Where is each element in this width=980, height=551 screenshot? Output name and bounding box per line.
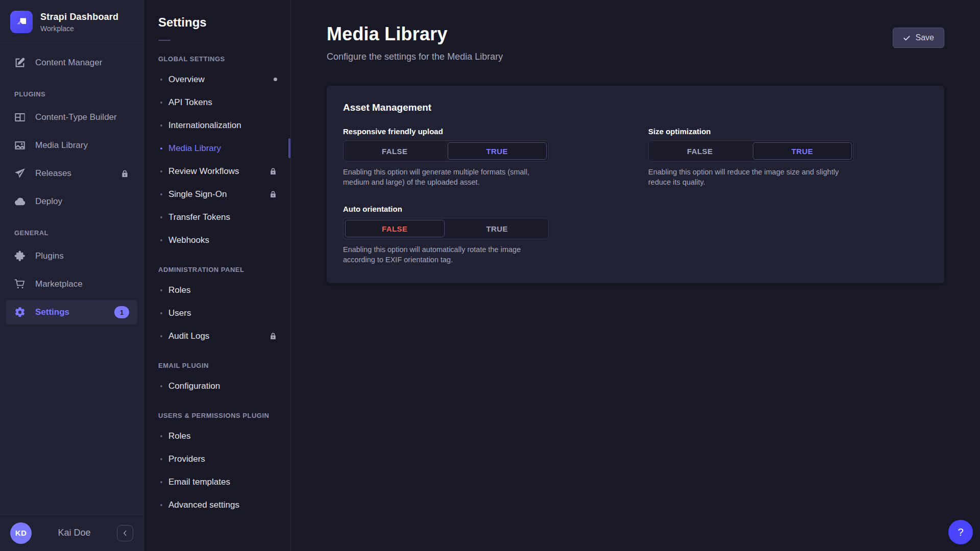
settings-nav-label: Transfer Tokens [168, 212, 230, 222]
toggle-option-true[interactable]: TRUE [753, 142, 852, 160]
field-label: Size optimization [648, 127, 854, 136]
settings-nav-label: Media Library [168, 143, 221, 154]
settings-nav-webhooks[interactable]: Webhooks [144, 229, 290, 252]
image-icon [14, 140, 26, 151]
settings-nav-media-library[interactable]: Media Library [144, 137, 290, 160]
settings-nav-internationalization[interactable]: Internationalization [144, 114, 290, 137]
settings-nav-label: Internationalization [168, 120, 241, 131]
bullet-icon [160, 504, 162, 506]
sidebar-item-deploy[interactable]: Deploy [6, 189, 137, 214]
settings-nav-label: API Tokens [168, 97, 212, 108]
subnav-header: Settings [144, 0, 290, 41]
settings-nav-overview[interactable]: Overview [144, 68, 290, 91]
workspace-switcher[interactable]: Strapi Dashboard Workplace [0, 0, 143, 43]
settings-nav-review-workflows[interactable]: Review Workflows [144, 160, 290, 183]
settings-nav-label: Webhooks [168, 235, 209, 245]
sidebar-item-label: Releases [35, 168, 71, 179]
paper-plane-icon [14, 168, 26, 179]
bullet-icon [160, 193, 162, 195]
toggle-option-true[interactable]: TRUE [448, 142, 547, 160]
bullet-icon [160, 289, 162, 291]
toggle-option-false[interactable]: FALSE [345, 142, 445, 160]
settings-nav-api-tokens[interactable]: API Tokens [144, 91, 290, 114]
subnav-title: Settings [158, 15, 276, 30]
subnav-list: RolesUsersAudit Logs [144, 279, 290, 347]
bullet-icon [160, 147, 162, 149]
sidebar-item-marketplace[interactable]: Marketplace [6, 272, 137, 296]
field-hint: Enabling this option will generate multi… [343, 167, 549, 187]
puzzle-icon [14, 251, 26, 262]
user-row: KD Kai Doe [0, 515, 143, 551]
user-name: Kai Doe [32, 528, 117, 538]
subnav-list: Configuration [144, 374, 290, 397]
subnav-section-label: USERS & PERMISSIONS PLUGIN [144, 397, 290, 424]
sidebar-item-label: Media Library [35, 140, 88, 151]
brand-text: Strapi Dashboard Workplace [40, 12, 118, 33]
bullet-icon [160, 435, 162, 437]
field-label: Auto orientation [343, 205, 549, 213]
nav-section-general: GENERAL [6, 217, 137, 244]
bullet-icon [160, 239, 162, 241]
settings-nav-providers[interactable]: Providers [144, 447, 290, 470]
sidebar-item-content-manager[interactable]: Content Manager [6, 51, 137, 75]
settings-nav-single-sign-on[interactable]: Single Sign-On [144, 183, 290, 206]
settings-nav-roles[interactable]: Roles [144, 424, 290, 447]
help-button[interactable]: ? [948, 520, 973, 544]
strapi-logo-icon [10, 11, 33, 33]
settings-nav-label: Roles [168, 285, 190, 295]
bullet-icon [160, 385, 162, 387]
toggle-option-false[interactable]: FALSE [345, 220, 445, 237]
settings-nav-label: Review Workflows [168, 166, 239, 177]
sidebar-item-plugins[interactable]: Plugins [6, 244, 137, 268]
settings-nav-label: Advanced settings [168, 500, 239, 510]
brand-title: Strapi Dashboard [40, 12, 118, 22]
field-responsive-friendly-upload: Responsive friendly uploadFALSETRUEEnabl… [343, 127, 549, 187]
page-title: Media Library [327, 23, 503, 45]
pen-icon [14, 57, 26, 68]
settings-nav-label: Configuration [168, 381, 220, 391]
subnav-list: RolesProvidersEmail templatesAdvanced se… [144, 424, 290, 516]
sidebar-item-settings[interactable]: Settings1 [6, 300, 137, 324]
bullet-icon [160, 481, 162, 483]
toggle-size-optimization: FALSETRUE [648, 140, 854, 162]
settings-nav-audit-logs[interactable]: Audit Logs [144, 324, 290, 347]
subnav-section-users-permissions-plugin: USERS & PERMISSIONS PLUGINRolesProviders… [144, 397, 290, 516]
settings-nav-configuration[interactable]: Configuration [144, 374, 290, 397]
main-sidebar: Strapi Dashboard Workplace Content Manag… [0, 0, 144, 551]
card-title: Asset Management [343, 102, 928, 113]
bullet-icon [160, 335, 162, 337]
layout-icon [14, 112, 26, 123]
sidebar-item-media-library[interactable]: Media Library [6, 133, 137, 158]
field-hint: Enabling this option will reduce the ima… [648, 167, 854, 187]
page-subtitle: Configure the settings for the Media Lib… [327, 52, 503, 62]
sidebar-item-content-type-builder[interactable]: Content-Type Builder [6, 105, 137, 130]
subnav-sections: GLOBAL SETTINGSOverviewAPI TokensInterna… [144, 41, 290, 516]
toggle-option-false[interactable]: FALSE [650, 142, 750, 160]
settings-nav-label: Roles [168, 431, 190, 441]
notification-dot [274, 78, 277, 81]
settings-nav-label: Users [168, 308, 191, 318]
asset-management-card: Asset Management Responsive friendly upl… [327, 86, 944, 283]
sidebar-spacer [0, 328, 143, 514]
settings-nav-advanced-settings[interactable]: Advanced settings [144, 493, 290, 516]
subnav-section-label: EMAIL PLUGIN [144, 347, 290, 374]
settings-nav-transfer-tokens[interactable]: Transfer Tokens [144, 206, 290, 229]
sidebar-item-label: Settings [35, 307, 69, 317]
main-nav-items: Content ManagerPLUGINSContent-Type Build… [0, 43, 143, 328]
lock-icon [269, 167, 277, 176]
bullet-icon [160, 124, 162, 127]
collapse-sidebar-button[interactable] [117, 525, 133, 541]
avatar[interactable]: KD [10, 522, 32, 544]
toggle-option-true[interactable]: TRUE [448, 220, 547, 237]
check-icon [903, 34, 911, 42]
subnav-section-global-settings: GLOBAL SETTINGSOverviewAPI TokensInterna… [144, 41, 290, 252]
settings-nav-roles[interactable]: Roles [144, 279, 290, 302]
bullet-icon [160, 216, 162, 218]
settings-nav-users[interactable]: Users [144, 302, 290, 324]
bullet-icon [160, 79, 162, 81]
settings-nav-email-templates[interactable]: Email templates [144, 470, 290, 493]
subnav-section-label: GLOBAL SETTINGS [144, 41, 290, 68]
sidebar-item-releases[interactable]: Releases [6, 161, 137, 186]
main-content: Media Library Configure the settings for… [291, 0, 980, 551]
save-button[interactable]: Save [893, 28, 944, 48]
